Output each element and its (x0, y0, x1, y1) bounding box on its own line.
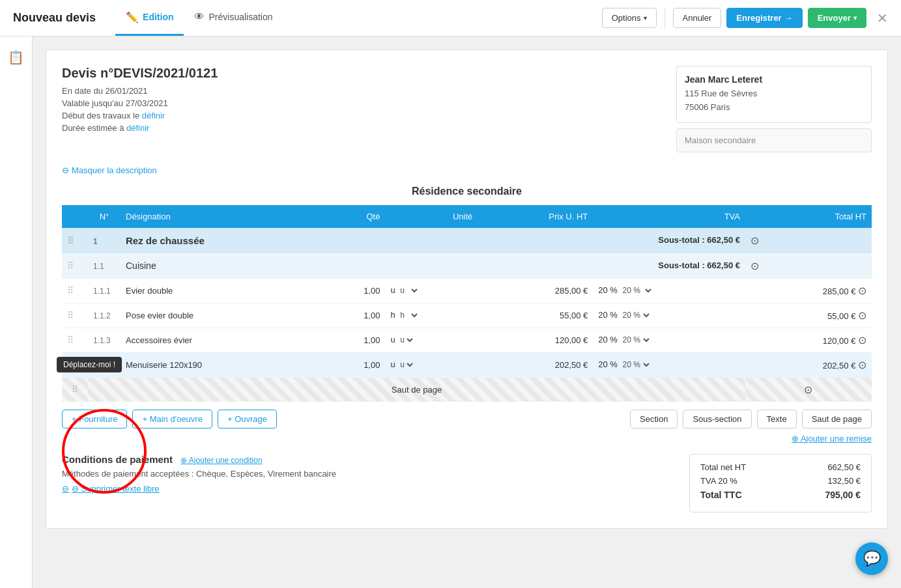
row-action: ⊙ (745, 253, 872, 279)
document-icon[interactable]: 📋 (8, 49, 24, 65)
suppress-texte-link[interactable]: ⊖ ⊖ Supprimer texte libre (62, 484, 160, 494)
close-button[interactable]: ✕ (877, 10, 888, 26)
row-total: 55,00 € ⊙ (745, 303, 872, 328)
col-drag (62, 205, 88, 228)
action-row: + Fourniture + Main d'oeuvre + Ouvrage S… (62, 410, 872, 428)
add-remise-link[interactable]: ⊕ Ajouter une remise (792, 434, 872, 443)
doc-title: Devis n°DEVIS/2021/0121 (62, 66, 661, 81)
doc-header: Devis n°DEVIS/2021/0121 En date du 26/01… (62, 66, 872, 152)
row-action: ⊙ (745, 228, 872, 253)
doc-valable: Valable jusqu'au 27/03/2021 (62, 98, 661, 108)
tva-select[interactable]: 20 % (620, 359, 651, 370)
col-designation: Désignation (121, 205, 322, 228)
row-prix: 120,00 € (478, 328, 593, 352)
quote-table: N° Désignation Qté Unité Prix U. HT TVA … (62, 205, 872, 402)
client-address: 115 Rue de Sèvres 75006 Paris (685, 87, 863, 115)
drag-handle-icon[interactable]: ⠿ (67, 236, 74, 246)
row-qty: 1,00 (322, 303, 385, 328)
main-content: Devis n°DEVIS/2021/0121 En date du 26/01… (33, 36, 901, 568)
tab-previsualisation[interactable]: 👁 Prévisualisation (184, 0, 283, 36)
row-prix: 202,50 € (478, 352, 593, 377)
minus-icon: ⊖ (62, 165, 69, 175)
row-chevron-button[interactable]: ⊙ (858, 334, 866, 346)
doc-debut: Début des travaux le définir (62, 111, 661, 120)
row-prix: 55,00 € (478, 303, 593, 328)
add-ouvrage-button[interactable]: + Ouvrage (218, 410, 277, 428)
chevron-down-icon: ▾ (644, 14, 647, 21)
payment-section: Conditions de paiement ⊕ Ajouter une con… (62, 454, 674, 512)
doc-info: Devis n°DEVIS/2021/0121 En date du 26/01… (62, 66, 661, 152)
separator (665, 8, 665, 29)
duree-link[interactable]: définir (126, 123, 149, 133)
document-card: Devis n°DEVIS/2021/0121 En date du 26/01… (46, 49, 888, 529)
drag-handle-icon[interactable]: ⠿ (67, 285, 74, 296)
page-break-label: Saut de page (88, 377, 745, 402)
client-box: Jean Marc Leteret 115 Rue de Sèvres 7500… (676, 66, 872, 123)
row-tva: 20 % 20 % (593, 328, 745, 352)
row-label: Evier double (121, 279, 322, 303)
tva-select[interactable]: 20 % (620, 335, 651, 345)
table-row: ⠿ 1 Rez de chaussée Sous-total : 662,50 … (62, 228, 872, 253)
enregistrer-button[interactable]: Enregistrer → (726, 8, 802, 28)
row-total: 285,00 € ⊙ (745, 279, 872, 303)
table-row: ⠿ 1.1 Cuisine Sous-total : 662,50 € ⊙ (62, 253, 872, 279)
add-texte-button[interactable]: Texte (757, 410, 797, 428)
row-qty: 1,00 (322, 279, 385, 303)
payment-title: Conditions de paiement ⊕ Ajouter une con… (62, 454, 674, 465)
row-num: 1 (88, 228, 121, 253)
unit-select[interactable]: uh (397, 359, 415, 370)
row-num: 1.1 (88, 253, 121, 279)
row-chevron-button[interactable]: ⊙ (804, 384, 812, 396)
save-arrow-icon: → (784, 13, 793, 23)
minus-circle-icon: ⊖ (62, 484, 69, 494)
tva-select[interactable]: 20 %10 % (620, 310, 651, 320)
options-button[interactable]: Options ▾ (602, 8, 657, 28)
add-condition-link[interactable]: ⊕ Ajouter une condition (180, 456, 262, 465)
section-header-title: Résidence secondaire (62, 186, 872, 197)
table-row-page-break: ⠿ Saut de page ⊙ (62, 377, 872, 402)
add-main-oeuvre-button[interactable]: + Main d'oeuvre (132, 410, 212, 428)
drag-handle-icon[interactable]: ⠿ (67, 260, 74, 271)
desc-toggle[interactable]: ⊖ Masquer la description (62, 165, 157, 175)
row-chevron-button[interactable]: ⊙ (858, 309, 866, 322)
drag-handle-icon[interactable]: ⠿ (67, 310, 74, 320)
collapse-button[interactable]: ⊙ (751, 234, 759, 247)
envoyer-button[interactable]: Envoyer ▾ (808, 8, 866, 28)
remise-row: ⊕ Ajouter une remise (62, 434, 872, 443)
add-saut-page-button[interactable]: Saut de page (802, 410, 872, 428)
unit-select[interactable]: uhm² (397, 285, 420, 296)
topbar-actions: Options ▾ Annuler Enregistrer → Envoyer … (602, 8, 888, 29)
collapse-button[interactable]: ⊙ (751, 260, 759, 272)
row-tva: 20 % 20 %10 %5.5 % (593, 279, 745, 303)
tva-select[interactable]: 20 %10 %5.5 % (620, 285, 653, 296)
add-sous-section-button[interactable]: Sous-section (683, 410, 751, 428)
row-unit: u uh (385, 352, 478, 377)
unit-select[interactable]: hum² (397, 310, 420, 320)
topbar: Nouveau devis ✏️ Edition 👁 Prévisualisat… (0, 0, 901, 36)
row-chevron-button[interactable]: ⊙ (858, 359, 866, 371)
table-row: ⠿ 1.1.3 Accessoires évier 1,00 u uh 120,… (62, 328, 872, 352)
row-chevron-button[interactable]: ⊙ (858, 285, 866, 297)
row-label: Accessoires évier (121, 328, 322, 352)
annuler-button[interactable]: Annuler (673, 8, 722, 28)
summary-box: Total net HT 662,50 € TVA 20 % 132,50 € … (689, 454, 872, 512)
client-name: Jean Marc Leteret (685, 74, 863, 85)
add-section-button[interactable]: Section (630, 410, 678, 428)
unit-select[interactable]: uh (397, 335, 415, 345)
page-title: Nouveau devis (13, 11, 96, 25)
summary-total-ttc: Total TTC 795,00 € (700, 490, 861, 500)
add-fourniture-button[interactable]: + Fourniture (62, 410, 127, 428)
row-prix: 285,00 € (478, 279, 593, 303)
drag-cell: ⠿ (62, 228, 88, 253)
summary-tva: TVA 20 % 132,50 € (700, 476, 861, 486)
table-row: ⠿ 1.1.2 Pose evier double 1,00 h hum² 55… (62, 303, 872, 328)
row-label: Pose evier double (121, 303, 322, 328)
tab-edition[interactable]: ✏️ Edition (115, 0, 184, 36)
drag-tooltip: Déplacez-moi ! (57, 357, 122, 372)
drag-handle-icon[interactable]: ⠿ (72, 384, 78, 395)
row-label: Rez de chaussée Sous-total : 662,50 € (121, 228, 745, 253)
doc-duree: Durée estimée à définir (62, 123, 661, 133)
drag-handle-icon[interactable]: ⠿ (67, 335, 74, 345)
eye-icon: 👁 (194, 11, 205, 23)
debut-link[interactable]: définir (142, 111, 165, 120)
